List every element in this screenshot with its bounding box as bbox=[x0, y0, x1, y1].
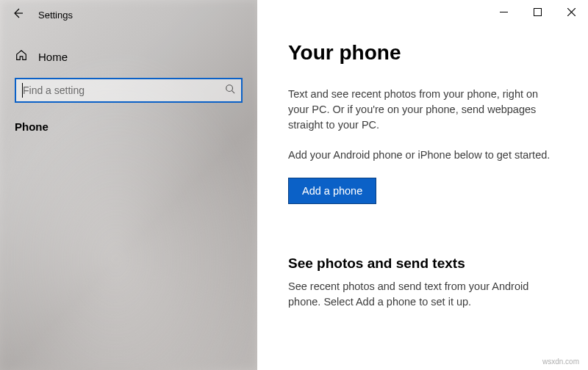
search-box[interactable] bbox=[15, 78, 243, 103]
svg-rect-4 bbox=[534, 8, 541, 15]
content-pane: Your phone Text and see recent photos fr… bbox=[257, 0, 588, 370]
intro-paragraph-1: Text and see recent photos from your pho… bbox=[288, 87, 557, 133]
maximize-button[interactable] bbox=[520, 0, 554, 23]
home-label: Home bbox=[38, 51, 68, 63]
minimize-button[interactable] bbox=[487, 0, 520, 23]
titlebar-left: Settings bbox=[0, 0, 257, 29]
close-button[interactable] bbox=[554, 0, 588, 23]
search-input[interactable] bbox=[23, 84, 225, 96]
home-icon bbox=[15, 48, 28, 65]
sidebar-item-phone[interactable]: Phone bbox=[0, 107, 257, 146]
section-subheading: See photos and send texts bbox=[288, 255, 557, 272]
svg-point-1 bbox=[226, 85, 233, 92]
window-controls bbox=[487, 0, 588, 23]
sidebar: Settings Home Phone bbox=[0, 0, 257, 370]
settings-window: Settings Home Phone bbox=[0, 0, 588, 370]
window-title: Settings bbox=[38, 10, 73, 21]
watermark: wsxdn.com bbox=[542, 358, 579, 366]
svg-line-2 bbox=[232, 91, 235, 94]
home-nav[interactable]: Home bbox=[0, 29, 257, 73]
back-icon[interactable] bbox=[12, 7, 24, 22]
page-title: Your phone bbox=[288, 41, 557, 65]
add-phone-button[interactable]: Add a phone bbox=[288, 178, 376, 204]
search-container bbox=[0, 73, 257, 107]
search-icon bbox=[225, 84, 235, 97]
section-subparagraph: See recent photos and send text from you… bbox=[288, 279, 557, 310]
intro-paragraph-2: Add your Android phone or iPhone below t… bbox=[288, 148, 557, 163]
